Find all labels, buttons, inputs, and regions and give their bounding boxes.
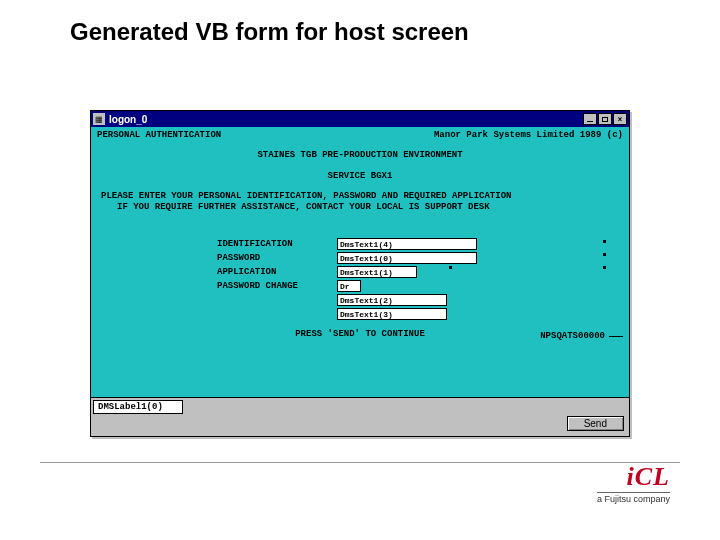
field-password-change[interactable]: Dr: [337, 280, 361, 292]
maximize-button[interactable]: [598, 113, 612, 125]
selection-handles-right: [603, 240, 607, 279]
label-application: APPLICATION: [217, 267, 337, 277]
instruction-line-2: IF YOU REQUIRE FURTHER ASSISTANCE, CONTA…: [97, 202, 623, 213]
company-logo: iCL a Fujitsu company: [597, 464, 670, 504]
status-code: NPSQATS00000: [540, 331, 623, 341]
service-line: SERVICE BGX1: [97, 171, 623, 182]
field-application[interactable]: DmsText1(1): [337, 266, 417, 278]
label-identification: IDENTIFICATION: [217, 239, 337, 249]
close-button[interactable]: ×: [613, 113, 627, 125]
logo-text: iCL: [597, 464, 670, 490]
header-left: PERSONAL AUTHENTICATION: [97, 130, 221, 141]
field-extra-2[interactable]: DmsText1(3): [337, 308, 447, 320]
field-password[interactable]: DmsText1(0): [337, 252, 477, 264]
dms-label-control[interactable]: DMSLabel1(0): [93, 400, 183, 414]
environment-line: STAINES TGB PRE-PRODUCTION ENVIRONMENT: [97, 150, 623, 161]
minimize-button[interactable]: [583, 113, 597, 125]
form-bottom-bar: DMSLabel1(0) Send: [91, 397, 629, 436]
slide-title: Generated VB form for host screen: [70, 18, 469, 46]
instruction-line-1: PLEASE ENTER YOUR PERSONAL IDENTIFICATIO…: [97, 191, 623, 202]
system-menu-icon[interactable]: ▦: [93, 113, 105, 125]
title-bar[interactable]: ▦ logon_0 ×: [91, 111, 629, 127]
header-right: Manor Park Systems Limited 1989 (c): [434, 130, 623, 141]
send-button[interactable]: Send: [567, 416, 624, 431]
slide-divider: [40, 462, 680, 463]
host-screen-area: PERSONAL AUTHENTICATION Manor Park Syste…: [91, 127, 629, 397]
vb-form-window: ▦ logon_0 × PERSONAL AUTHENTICATION Mano…: [90, 110, 630, 437]
form-fields-block: IDENTIFICATION DmsText1(4) PASSWORD DmsT…: [217, 237, 623, 321]
window-title: logon_0: [109, 114, 582, 125]
field-extra-1[interactable]: DmsText1(2): [337, 294, 447, 306]
field-identification[interactable]: DmsText1(4): [337, 238, 477, 250]
label-password: PASSWORD: [217, 253, 337, 263]
label-password-change: PASSWORD CHANGE: [217, 281, 337, 291]
logo-subtitle: a Fujitsu company: [597, 492, 670, 504]
